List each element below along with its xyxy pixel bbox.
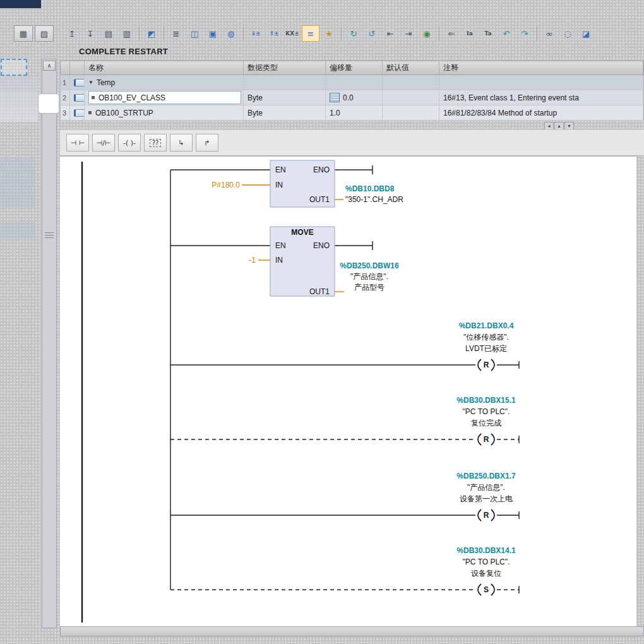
operand-address[interactable]: %DB250.DBW16 <box>340 261 399 270</box>
operand-address[interactable]: %DB30.DBX15.1 <box>456 396 516 405</box>
toolbar-separator <box>341 27 342 40</box>
modify-operand-icon[interactable]: ⇐ <box>443 25 460 42</box>
operand-name[interactable]: 产品型号 <box>354 283 385 292</box>
operand-address[interactable]: %DB250.DBX1.7 <box>456 472 516 480</box>
name-edit-field[interactable]: OB100_EV_CLASS <box>88 91 241 104</box>
offset-cell[interactable]: 0.0 <box>326 90 383 105</box>
selection-remnant <box>1 59 27 76</box>
operand-name[interactable]: "产品信息". <box>467 483 505 492</box>
ghost-row-band <box>0 107 38 122</box>
comment-cell[interactable]: 16#81/82/83/84 Method of startup <box>439 105 643 120</box>
operand-name[interactable]: "位移传感器". <box>463 333 509 342</box>
coil-rung[interactable]: R %DB30.DBX15.1 "PC TO PLC". 复位完成 <box>170 396 519 445</box>
horizontal-scrollbar[interactable] <box>60 626 644 636</box>
operand-address[interactable]: %DB21.DBX0.4 <box>459 321 514 330</box>
table-row[interactable]: 3 OB100_STRTUP Byte 1.0 16#81/82/83/84 M… <box>60 105 644 121</box>
col-comment[interactable]: 注释 <box>439 61 643 75</box>
collapse-panel-icon[interactable]: ∧ <box>43 61 56 71</box>
comments-icon[interactable]: ◍ <box>222 25 240 42</box>
coil-icon[interactable]: -( )- <box>118 134 141 152</box>
constant-value[interactable]: P#180.0 <box>212 181 240 189</box>
table-row[interactable]: 2 OB100_EV_CLASS Byte 0.0 16#13, Event c… <box>60 90 644 105</box>
col-default[interactable]: 默认值 <box>383 61 439 75</box>
default-cell[interactable] <box>383 105 439 120</box>
monitor-input-icon[interactable]: Ia <box>461 25 479 42</box>
insert-row-icon[interactable]: ↥ <box>63 25 81 42</box>
expander-icon[interactable]: ▼ <box>88 80 93 85</box>
detail-cell-icon[interactable] <box>330 93 340 102</box>
expand-networks-icon[interactable]: ⇓± <box>247 25 265 42</box>
constant-value[interactable]: -1 <box>249 256 256 265</box>
reset-values-icon[interactable]: ▥ <box>118 25 136 42</box>
contact-nc-icon[interactable]: ⊣/⊢ <box>92 134 115 152</box>
data-block-icon[interactable]: ◪ <box>577 25 595 42</box>
ladder-network: EN ENO IN OUT1 P#180.0 %DB10.DBD8 "350-1… <box>60 157 636 627</box>
split-editor-icon[interactable]: ◫ <box>186 25 203 42</box>
table-row[interactable]: 1 ▼Temp <box>60 75 644 90</box>
operand-address[interactable]: %DB10.DBD8 <box>345 184 395 193</box>
operand-name[interactable]: 设备复位 <box>471 569 501 578</box>
append-row-icon[interactable]: ↧ <box>81 25 99 42</box>
ghost-panel <box>0 222 35 239</box>
form-view-icon[interactable]: ▨ <box>35 25 54 42</box>
symbolic-access-icon[interactable]: KX± <box>283 25 301 42</box>
favorites-icon[interactable]: ★ <box>320 25 338 42</box>
network-comments-icon[interactable]: ≡ <box>302 25 319 42</box>
operand-name[interactable]: "产品信息". <box>350 272 388 281</box>
name-cell[interactable]: OB100_STRTUP <box>85 105 244 120</box>
jump-next-icon[interactable]: ⇥ <box>400 25 417 42</box>
default-cell[interactable] <box>383 75 439 90</box>
name-cell[interactable]: OB100_EV_CLASS <box>85 90 244 105</box>
collapse-networks-icon[interactable]: ⇑± <box>265 25 283 42</box>
coil-letter: R <box>484 511 489 520</box>
default-cell[interactable] <box>383 90 439 105</box>
col-name[interactable]: 名称 <box>85 61 244 75</box>
ladder-canvas[interactable]: EN ENO IN OUT1 P#180.0 %DB10.DBD8 "350-1… <box>60 156 636 627</box>
monitoring-icon[interactable]: ◉ <box>418 25 436 42</box>
splitter-handle[interactable] <box>38 93 59 114</box>
monitor-time-icon[interactable]: Ta <box>479 25 497 42</box>
open-branch-icon[interactable]: ↳ <box>170 134 193 152</box>
operand-name[interactable]: "350-1".CH_ADR <box>345 195 403 204</box>
bullet-icon <box>88 111 92 114</box>
comment-cell[interactable]: 16#13, Event class 1, Entering event sta <box>439 90 643 105</box>
expand-rows-icon[interactable]: ≣ <box>167 25 185 42</box>
ghost-panel <box>0 158 35 207</box>
operand-address[interactable]: %DB30.DBX14.1 <box>456 546 516 555</box>
datatype-cell[interactable]: Byte <box>244 105 326 120</box>
operand-name[interactable]: "PC TO PLC". <box>463 558 510 566</box>
toolbar-separator <box>243 27 244 40</box>
datatype-cell[interactable]: Byte <box>244 90 326 105</box>
coil-rung[interactable]: S %DB30.DBX14.1 "PC TO PLC". 设备复位 <box>170 546 519 595</box>
operand-name[interactable]: 设备第一次上电 <box>460 494 513 503</box>
load-snapshot-icon[interactable]: ↶ <box>498 25 515 42</box>
function-block[interactable]: EN ENO IN OUT1 <box>270 160 335 207</box>
col-datatype[interactable]: 数据类型 <box>244 61 326 75</box>
cross-reference-icon[interactable]: ∞ <box>540 25 558 42</box>
consistency-check-icon[interactable]: ◌ <box>559 25 576 42</box>
comment-cell[interactable] <box>439 75 643 90</box>
move-block[interactable]: MOVE EN ENO IN OUT1 <box>270 227 335 296</box>
operand-name[interactable]: 复位完成 <box>471 419 501 427</box>
operand-name[interactable]: LVDT已标定 <box>465 344 507 353</box>
datatype-cell[interactable] <box>244 75 326 90</box>
coil-rung[interactable]: R %DB250.DBX1.7 "产品信息". 设备第一次上电 <box>170 472 519 521</box>
go-online-icon[interactable]: ↻ <box>345 25 362 42</box>
name-cell[interactable]: ▼Temp <box>85 75 244 90</box>
go-offline-icon[interactable]: ↺ <box>363 25 381 42</box>
keep-actual-values-icon[interactable]: ◩ <box>143 25 160 42</box>
empty-box-icon[interactable]: ?? <box>144 134 167 152</box>
table-view-icon[interactable]: ▦ <box>14 25 33 42</box>
close-branch-icon[interactable]: ↱ <box>196 134 218 152</box>
contact-no-icon[interactable]: ⊣ ⊢ <box>66 134 89 152</box>
offset-cell[interactable]: 1.0 <box>326 105 383 120</box>
offset-cell[interactable] <box>326 75 383 90</box>
jump-previous-icon[interactable]: ⇤ <box>381 25 399 42</box>
col-offset[interactable]: 偏移量 <box>326 61 383 75</box>
operand-name[interactable]: "PC TO PLC". <box>463 407 510 416</box>
apply-snapshot-icon[interactable]: ↷ <box>516 25 534 42</box>
window-layout-icon[interactable]: ▣ <box>204 25 222 42</box>
splitter-grip-icon[interactable] <box>45 232 54 239</box>
open-parameters-icon[interactable]: ▤ <box>100 25 117 42</box>
coil-rung[interactable]: R %DB21.DBX0.4 "位移传感器". LVDT已标定 <box>170 321 519 371</box>
